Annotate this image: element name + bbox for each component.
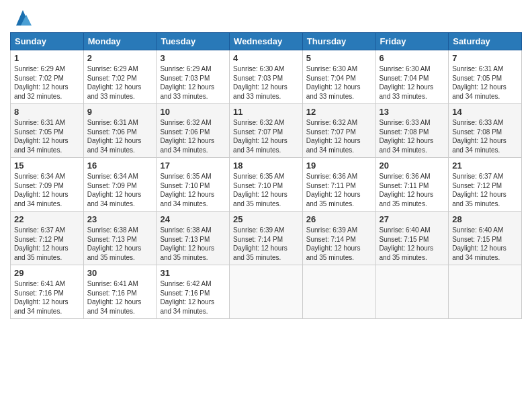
day-info: Sunrise: 6:35 AMSunset: 7:10 PMDaylight:… [233,173,287,208]
day-number: 23 [87,214,153,224]
day-number: 29 [14,268,80,278]
calendar-cell: 16 Sunrise: 6:34 AMSunset: 7:09 PMDaylig… [83,158,157,212]
day-number: 31 [160,268,226,278]
day-number: 24 [160,214,226,224]
day-info: Sunrise: 6:39 AMSunset: 7:14 PMDaylight:… [306,226,361,261]
col-header-thursday: Thursday [302,33,375,50]
day-number: 16 [87,161,153,171]
day-number: 28 [452,214,518,224]
calendar-cell: 18 Sunrise: 6:35 AMSunset: 7:10 PMDaylig… [230,158,303,212]
day-number: 27 [380,214,445,224]
calendar-cell: 27 Sunrise: 6:40 AMSunset: 7:15 PMDaylig… [375,212,449,265]
day-number: 4 [233,53,299,63]
day-number: 30 [87,268,153,278]
calendar-cell [302,265,375,319]
day-number: 5 [306,53,372,63]
calendar-cell: 11 Sunrise: 6:32 AMSunset: 7:07 PMDaylig… [230,104,303,158]
day-number: 13 [380,107,445,117]
calendar-cell: 20 Sunrise: 6:36 AMSunset: 7:11 PMDaylig… [375,158,449,212]
day-info: Sunrise: 6:32 AMSunset: 7:06 PMDaylight:… [160,119,214,154]
calendar-cell: 5 Sunrise: 6:30 AMSunset: 7:04 PMDayligh… [302,50,375,104]
calendar-cell: 8 Sunrise: 6:31 AMSunset: 7:05 PMDayligh… [11,104,84,158]
week-row-1: 1 Sunrise: 6:29 AMSunset: 7:02 PMDayligh… [11,50,522,104]
calendar-cell: 17 Sunrise: 6:35 AMSunset: 7:10 PMDaylig… [157,158,230,212]
page: SundayMondayTuesdayWednesdayThursdayFrid… [0,0,532,411]
day-number: 20 [380,161,445,171]
day-info: Sunrise: 6:29 AMSunset: 7:02 PMDaylight:… [14,65,69,100]
day-number: 14 [452,107,518,117]
day-info: Sunrise: 6:31 AMSunset: 7:05 PMDaylight:… [452,65,506,100]
calendar-table: SundayMondayTuesdayWednesdayThursdayFrid… [10,32,522,319]
calendar-cell: 26 Sunrise: 6:39 AMSunset: 7:14 PMDaylig… [302,212,375,265]
day-info: Sunrise: 6:41 AMSunset: 7:16 PMDaylight:… [14,280,69,315]
calendar-cell: 13 Sunrise: 6:33 AMSunset: 7:08 PMDaylig… [375,104,449,158]
day-number: 25 [233,214,299,224]
col-header-sunday: Sunday [11,33,84,50]
day-number: 18 [233,161,299,171]
week-row-4: 22 Sunrise: 6:37 AMSunset: 7:12 PMDaylig… [11,212,522,265]
calendar-cell: 12 Sunrise: 6:32 AMSunset: 7:07 PMDaylig… [302,104,375,158]
day-number: 11 [233,107,299,117]
day-number: 22 [14,214,80,224]
day-info: Sunrise: 6:34 AMSunset: 7:09 PMDaylight:… [14,173,69,208]
header-row: SundayMondayTuesdayWednesdayThursdayFrid… [11,33,522,50]
day-info: Sunrise: 6:31 AMSunset: 7:06 PMDaylight:… [87,119,142,154]
day-info: Sunrise: 6:41 AMSunset: 7:16 PMDaylight:… [87,280,142,315]
calendar-cell: 9 Sunrise: 6:31 AMSunset: 7:06 PMDayligh… [83,104,157,158]
day-info: Sunrise: 6:34 AMSunset: 7:09 PMDaylight:… [87,173,142,208]
calendar-cell: 25 Sunrise: 6:39 AMSunset: 7:14 PMDaylig… [230,212,303,265]
col-header-wednesday: Wednesday [230,33,303,50]
day-info: Sunrise: 6:37 AMSunset: 7:12 PMDaylight:… [452,173,506,208]
day-number: 2 [87,53,153,63]
day-number: 15 [14,161,80,171]
calendar-cell: 29 Sunrise: 6:41 AMSunset: 7:16 PMDaylig… [11,265,84,319]
day-info: Sunrise: 6:31 AMSunset: 7:05 PMDaylight:… [14,119,69,154]
calendar-cell: 31 Sunrise: 6:42 AMSunset: 7:16 PMDaylig… [157,265,230,319]
calendar-cell: 7 Sunrise: 6:31 AMSunset: 7:05 PMDayligh… [449,50,522,104]
day-number: 19 [306,161,372,171]
day-info: Sunrise: 6:42 AMSunset: 7:16 PMDaylight:… [160,280,214,315]
col-header-saturday: Saturday [449,33,522,50]
logo [10,7,33,27]
day-number: 3 [160,53,226,63]
day-info: Sunrise: 6:36 AMSunset: 7:11 PMDaylight:… [380,173,434,208]
calendar-cell: 24 Sunrise: 6:38 AMSunset: 7:13 PMDaylig… [157,212,230,265]
col-header-tuesday: Tuesday [157,33,230,50]
calendar-cell: 30 Sunrise: 6:41 AMSunset: 7:16 PMDaylig… [83,265,157,319]
calendar-cell: 19 Sunrise: 6:36 AMSunset: 7:11 PMDaylig… [302,158,375,212]
calendar-cell: 10 Sunrise: 6:32 AMSunset: 7:06 PMDaylig… [157,104,230,158]
day-info: Sunrise: 6:29 AMSunset: 7:02 PMDaylight:… [87,65,142,100]
day-info: Sunrise: 6:33 AMSunset: 7:08 PMDaylight:… [380,119,434,154]
day-number: 8 [14,107,80,117]
week-row-2: 8 Sunrise: 6:31 AMSunset: 7:05 PMDayligh… [11,104,522,158]
day-info: Sunrise: 6:37 AMSunset: 7:12 PMDaylight:… [14,226,69,261]
calendar-cell: 1 Sunrise: 6:29 AMSunset: 7:02 PMDayligh… [11,50,84,104]
calendar-cell [375,265,449,319]
day-number: 21 [452,161,518,171]
calendar-cell: 14 Sunrise: 6:33 AMSunset: 7:08 PMDaylig… [449,104,522,158]
calendar-cell: 21 Sunrise: 6:37 AMSunset: 7:12 PMDaylig… [449,158,522,212]
day-info: Sunrise: 6:36 AMSunset: 7:11 PMDaylight:… [306,173,361,208]
day-info: Sunrise: 6:30 AMSunset: 7:04 PMDaylight:… [306,65,361,100]
day-info: Sunrise: 6:30 AMSunset: 7:04 PMDaylight:… [380,65,434,100]
day-info: Sunrise: 6:33 AMSunset: 7:08 PMDaylight:… [452,119,506,154]
day-info: Sunrise: 6:38 AMSunset: 7:13 PMDaylight:… [87,226,142,261]
day-info: Sunrise: 6:29 AMSunset: 7:03 PMDaylight:… [160,65,214,100]
day-info: Sunrise: 6:39 AMSunset: 7:14 PMDaylight:… [233,226,287,261]
day-info: Sunrise: 6:30 AMSunset: 7:03 PMDaylight:… [233,65,287,100]
day-info: Sunrise: 6:32 AMSunset: 7:07 PMDaylight:… [233,119,287,154]
col-header-friday: Friday [375,33,449,50]
day-info: Sunrise: 6:38 AMSunset: 7:13 PMDaylight:… [160,226,214,261]
day-number: 26 [306,214,372,224]
calendar-cell: 15 Sunrise: 6:34 AMSunset: 7:09 PMDaylig… [11,158,84,212]
calendar-cell: 6 Sunrise: 6:30 AMSunset: 7:04 PMDayligh… [375,50,449,104]
calendar-cell: 4 Sunrise: 6:30 AMSunset: 7:03 PMDayligh… [230,50,303,104]
day-info: Sunrise: 6:35 AMSunset: 7:10 PMDaylight:… [160,173,214,208]
logo-icon [13,7,33,27]
day-info: Sunrise: 6:40 AMSunset: 7:15 PMDaylight:… [380,226,434,261]
calendar-cell: 2 Sunrise: 6:29 AMSunset: 7:02 PMDayligh… [83,50,157,104]
week-row-5: 29 Sunrise: 6:41 AMSunset: 7:16 PMDaylig… [11,265,522,319]
week-row-3: 15 Sunrise: 6:34 AMSunset: 7:09 PMDaylig… [11,158,522,212]
day-number: 10 [160,107,226,117]
col-header-monday: Monday [83,33,157,50]
